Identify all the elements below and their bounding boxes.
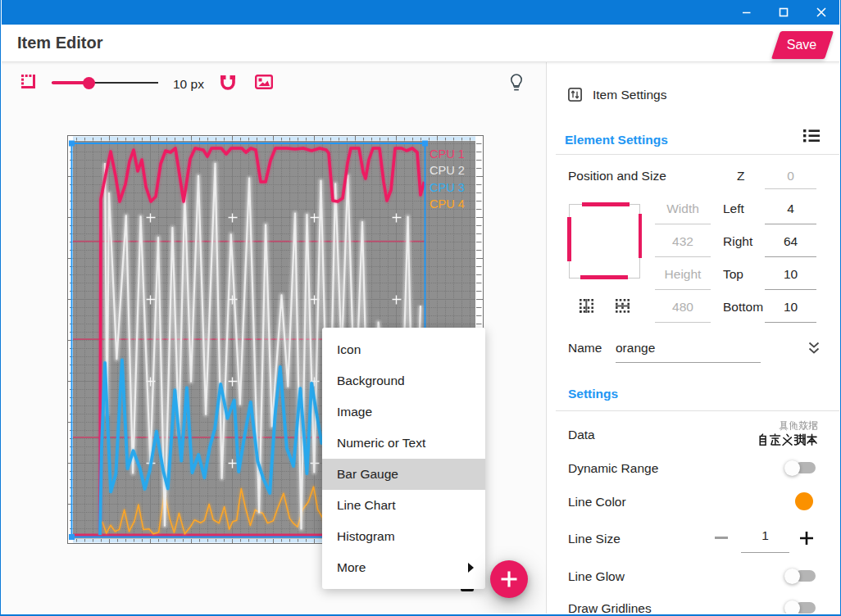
svg-text:CPU 2: CPU 2 xyxy=(430,164,465,177)
svg-text:CPU 1: CPU 1 xyxy=(430,147,465,161)
svg-text:CPU 4: CPU 4 xyxy=(430,197,465,211)
svg-text:CPU 3: CPU 3 xyxy=(430,181,465,194)
